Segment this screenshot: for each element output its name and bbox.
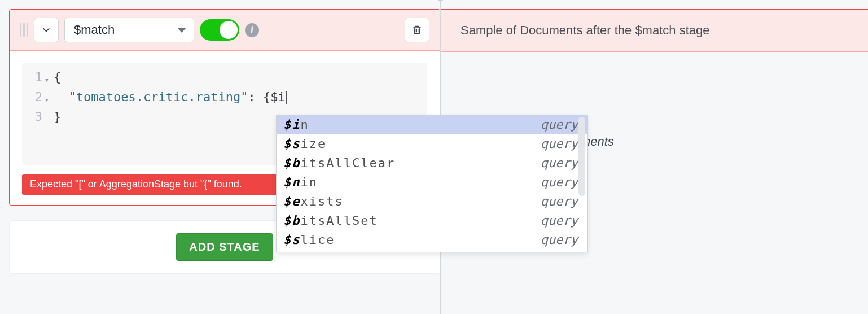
results-header-text: Sample of Documents after the $match sta… [461, 23, 709, 38]
autocomplete-operator: $exists [283, 193, 344, 210]
info-icon[interactable]: i [245, 23, 259, 37]
drag-handle-icon[interactable] [20, 23, 28, 37]
autocomplete-operator: $slice [283, 232, 335, 248]
autocomplete-item[interactable]: $bitsAllSetquery [277, 211, 587, 230]
autocomplete-operator: $size [283, 136, 326, 152]
scrollbar[interactable] [578, 117, 585, 196]
code-text: } [54, 108, 61, 125]
results-header: Sample of Documents after the $match sta… [440, 9, 868, 52]
autocomplete-category: query [541, 232, 578, 248]
results-body-partial: nents [584, 134, 614, 149]
autocomplete-item[interactable]: $bitsAnyClearquery [277, 250, 587, 252]
autocomplete-operator: $nin [283, 174, 318, 191]
line-number: 3 [28, 108, 45, 125]
autocomplete-category: query [541, 116, 578, 133]
collapse-button[interactable] [34, 18, 59, 42]
autocomplete-operator: $bitsAllSet [283, 212, 378, 229]
autocomplete-category: query [541, 193, 578, 210]
autocomplete-item[interactable]: $bitsAllClearquery [277, 154, 587, 173]
autocomplete-operator: $bitsAnyClear [283, 251, 395, 252]
autocomplete-operator: $in [283, 116, 309, 133]
code-text: "tomatoes.critic.rating": {$i [54, 89, 287, 106]
autocomplete-item[interactable]: $sizequery [277, 134, 587, 154]
fold-icon [45, 108, 54, 111]
autocomplete-item[interactable]: $slicequery [277, 230, 587, 250]
stage-header: $match i [10, 10, 440, 51]
stage-enabled-toggle[interactable] [200, 19, 239, 41]
autocomplete-category: query [541, 212, 578, 229]
autocomplete-category: query [541, 251, 578, 252]
autocomplete-category: query [541, 155, 578, 172]
delete-stage-button[interactable] [405, 18, 429, 42]
autocomplete-item[interactable]: $inquery [277, 115, 587, 134]
text-cursor [286, 91, 287, 104]
stage-operator-select[interactable]: $match [64, 18, 194, 42]
autocomplete-popup: $inquery$sizequery$bitsAllClearquery$nin… [276, 115, 588, 252]
code-line[interactable]: 2▾ "tomatoes.critic.rating": {$i [28, 89, 422, 108]
autocomplete-item[interactable]: $ninquery [277, 173, 587, 192]
code-text: { [54, 69, 61, 86]
code-line[interactable]: 1▾{ [28, 69, 422, 89]
fold-icon[interactable]: ▾ [45, 69, 54, 89]
line-number: 1 [28, 69, 45, 86]
fold-icon[interactable]: ▾ [45, 89, 54, 108]
autocomplete-category: query [541, 136, 578, 152]
line-number: 2 [28, 89, 45, 106]
stage-operator-value: $match [74, 23, 115, 37]
autocomplete-category: query [541, 174, 578, 191]
autocomplete-item[interactable]: $existsquery [277, 192, 587, 211]
add-stage-button[interactable]: ADD STAGE [176, 233, 273, 261]
autocomplete-operator: $bitsAllClear [283, 155, 395, 172]
